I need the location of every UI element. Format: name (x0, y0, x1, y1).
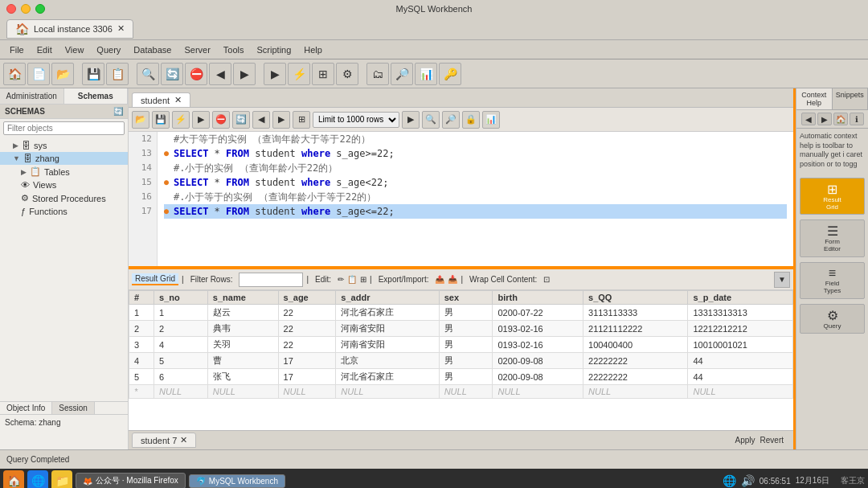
table-row[interactable]: 56张飞17河北省石家庄男0200-09-082222222244 (129, 369, 793, 385)
home-tab[interactable]: 🏠 Local instance 3306 ✕ (6, 19, 133, 39)
toolbar-open[interactable]: 📂 (51, 63, 74, 85)
code-editor[interactable]: 12 13 14 15 16 17 #大于等于的实例 （查询年龄大于等于22的）… (129, 132, 793, 266)
result-toggle-btn[interactable]: ▼ (774, 272, 790, 288)
bottom-tab-close[interactable]: ✕ (180, 435, 187, 445)
result-grid-side-btn[interactable]: ⊞ ResultGrid (800, 178, 865, 215)
schema-sys[interactable]: ▶ 🗄 sys (0, 139, 128, 152)
menu-database[interactable]: Database (127, 43, 178, 56)
minimize-button[interactable] (21, 4, 31, 14)
tab-schemas[interactable]: Schemas (64, 88, 129, 104)
sql-save-btn[interactable]: 💾 (152, 111, 170, 129)
tab-session[interactable]: Session (52, 402, 95, 414)
import-icon[interactable]: 📥 (448, 275, 457, 284)
window-controls[interactable] (6, 4, 45, 14)
toolbar-save[interactable]: 💾 (82, 63, 104, 85)
funcs-label: Functions (29, 207, 68, 216)
toolbar-save-as[interactable]: 📋 (106, 63, 129, 85)
table-row[interactable]: 45曹17北京男0200-09-082222222244 (129, 353, 793, 369)
close-button[interactable] (6, 4, 16, 14)
toolbar-inspect[interactable]: 🔎 (391, 63, 413, 85)
result-grid-tab[interactable]: Result Grid (132, 273, 178, 285)
toolbar-forward[interactable]: ▶ (233, 63, 256, 85)
tree-stored-procs[interactable]: ⚙ Stored Procedures (0, 191, 128, 205)
tree-functions[interactable]: ƒ Functions (0, 205, 128, 218)
tab-context-help[interactable]: Context Help (796, 88, 833, 109)
toolbar-home[interactable]: 🏠 (3, 63, 26, 85)
sql-run-all[interactable]: ▶ (192, 111, 210, 129)
tab-administration[interactable]: Administration (0, 88, 64, 104)
nav-home-btn[interactable]: 🏠 (833, 113, 848, 125)
taskbar-browser-icon[interactable]: 🌐 (27, 470, 48, 488)
toolbar-keys[interactable]: 🔑 (439, 63, 461, 85)
sql-search[interactable]: 🔎 (442, 111, 460, 129)
code-content[interactable]: #大于等于的实例 （查询年龄大于等于22的） ● SELECT * FROM s… (158, 132, 793, 266)
field-types-side-btn[interactable]: ≡ FieldTypes (800, 262, 865, 299)
edit-icon2[interactable]: 📋 (347, 275, 357, 284)
edit-icon[interactable]: ✏ (338, 275, 344, 284)
sql-zoom-in[interactable]: 🔍 (422, 111, 440, 129)
sql-lock[interactable]: 🔒 (462, 111, 480, 129)
title-bar: MySQL Workbench (0, 0, 868, 18)
sql-explain[interactable]: ⊞ (293, 111, 310, 129)
sql-run-selected[interactable]: ▶ (402, 111, 420, 129)
bottom-tab-student[interactable]: student 7 ✕ (132, 433, 196, 448)
nav-forward-btn[interactable]: ▶ (817, 113, 832, 125)
maximize-button[interactable] (35, 4, 45, 14)
taskbar-home-icon[interactable]: 🏠 (3, 470, 24, 488)
home-tab-close[interactable]: ✕ (117, 23, 125, 34)
sql-open-btn[interactable]: 📂 (132, 111, 149, 129)
status-text: Query Completed (6, 455, 69, 464)
schema-zhang[interactable]: ▼ 🗄 zhang (0, 152, 128, 165)
menu-server[interactable]: Server (178, 43, 216, 56)
toolbar-refresh[interactable]: 🔄 (161, 63, 183, 85)
filter-rows-input[interactable] (239, 273, 303, 287)
table-row[interactable]: 22典韦22河南省安阳男0193-02-16211211122221221221… (129, 321, 793, 337)
sql-format[interactable]: 📊 (482, 111, 500, 129)
taskbar-mysql-btn[interactable]: 🐬 MySQL Workbench (189, 474, 285, 488)
sql-refresh[interactable]: 🔄 (232, 111, 250, 129)
query-tab-close[interactable]: ✕ (174, 95, 182, 105)
export-icon[interactable]: 📤 (435, 275, 444, 284)
limit-rows-select[interactable]: Limit to 1000 rows (313, 112, 399, 128)
edit-icon3[interactable]: ⊞ (360, 275, 366, 284)
menu-file[interactable]: File (3, 43, 31, 56)
cell-row3-col2: 关羽 (207, 337, 278, 353)
toolbar-execute[interactable]: ▶ (264, 63, 286, 85)
toolbar-columns[interactable]: 📊 (415, 63, 437, 85)
sql-run-btn[interactable]: ⚡ (172, 111, 190, 129)
toolbar-back[interactable]: ◀ (209, 63, 231, 85)
toolbar-settings[interactable]: ⚙ (336, 63, 358, 85)
sql-back[interactable]: ◀ (252, 111, 270, 129)
menu-help[interactable]: Help (297, 43, 329, 56)
filter-input[interactable] (3, 121, 125, 135)
menu-view[interactable]: View (59, 43, 91, 56)
form-editor-side-btn[interactable]: ☰ FormEditor (800, 219, 865, 257)
taskbar: 🏠 🌐 📁 🦊 公众号 · Mozilla Firefox 🐬 MySQL Wo… (0, 469, 868, 488)
toolbar-new-query[interactable]: 📄 (27, 63, 50, 85)
nav-info-btn[interactable]: ℹ (850, 113, 864, 125)
schemas-refresh-icon[interactable]: 🔄 (113, 107, 123, 116)
taskbar-firefox-btn[interactable]: 🦊 公众号 · Mozilla Firefox (76, 473, 186, 488)
tree-tables[interactable]: ▶ 📋 Tables (0, 165, 128, 178)
menu-query[interactable]: Query (90, 43, 127, 56)
toolbar-run-line[interactable]: ⚡ (288, 63, 310, 85)
toolbar-search[interactable]: 🔍 (137, 63, 159, 85)
menu-tools[interactable]: Tools (217, 43, 251, 56)
query-side-btn[interactable]: ⚙ Query (800, 304, 865, 334)
sql-stop[interactable]: ⛔ (212, 111, 230, 129)
toolbar-grid[interactable]: ⊞ (312, 63, 334, 85)
nav-back-btn[interactable]: ◀ (801, 113, 816, 125)
wrap-icon[interactable]: ⊡ (543, 275, 550, 284)
menu-edit[interactable]: Edit (31, 43, 59, 56)
tab-snippets[interactable]: Snippets (833, 88, 869, 109)
taskbar-files-icon[interactable]: 📁 (51, 470, 72, 488)
query-tab-student[interactable]: student ✕ (132, 92, 190, 107)
tab-object-info[interactable]: Object Info (0, 402, 52, 414)
sql-forward[interactable]: ▶ (272, 111, 290, 129)
tree-views[interactable]: 👁 Views (0, 178, 128, 191)
toolbar-stop[interactable]: ⛔ (185, 63, 207, 85)
table-row[interactable]: 11赵云22河北省石家庄男0200-07-2231131133331331331… (129, 305, 793, 321)
toolbar-tables[interactable]: 🗂 (366, 63, 389, 85)
menu-scripting[interactable]: Scripting (251, 43, 298, 56)
table-row[interactable]: 34关羽22河南省安阳男0193-02-16100400400100100010… (129, 337, 793, 353)
